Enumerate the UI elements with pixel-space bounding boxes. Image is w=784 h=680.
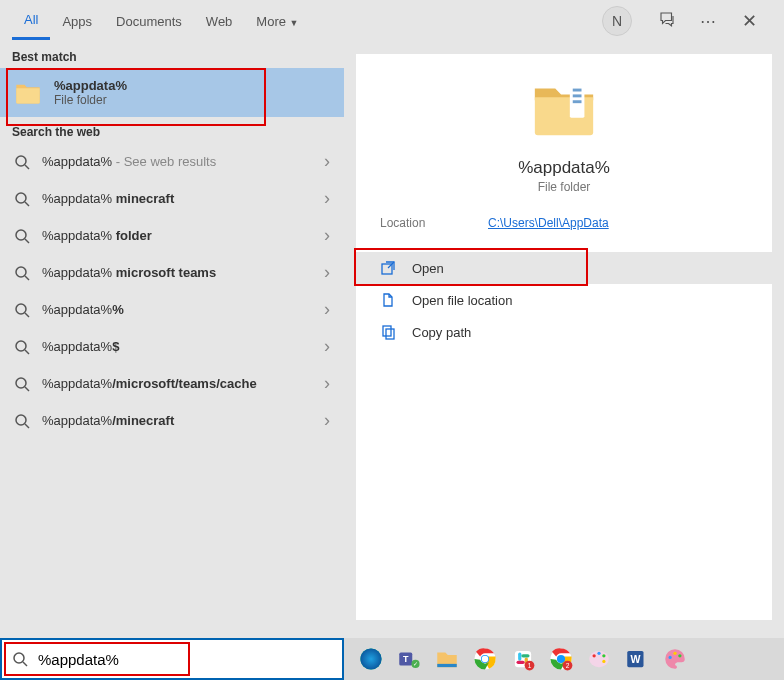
more-icon[interactable]: ⋯ xyxy=(700,12,718,31)
chevron-right-icon: › xyxy=(324,299,330,320)
web-result-2[interactable]: %appdata% folder› xyxy=(0,217,344,254)
svg-rect-11 xyxy=(573,100,582,103)
preview-title: %appdata% xyxy=(518,158,610,178)
web-result-text: %appdata% - See web results xyxy=(42,154,312,169)
folder-icon xyxy=(14,79,42,107)
tab-web[interactable]: Web xyxy=(194,4,245,39)
svg-point-2 xyxy=(16,230,26,240)
search-input[interactable] xyxy=(38,651,332,668)
web-result-3[interactable]: %appdata% microsoft teams› xyxy=(0,254,344,291)
tab-documents[interactable]: Documents xyxy=(104,4,194,39)
chrome-icon[interactable] xyxy=(470,644,500,674)
svg-rect-27 xyxy=(518,653,521,661)
search-icon xyxy=(14,376,30,392)
action-open-label: Open xyxy=(412,261,444,276)
web-result-6[interactable]: %appdata%/microsoft/teams/cache› xyxy=(0,365,344,402)
best-match-subtitle: File folder xyxy=(54,93,127,107)
svg-text:2: 2 xyxy=(566,662,570,669)
svg-text:✓: ✓ xyxy=(413,661,418,667)
svg-point-38 xyxy=(593,654,596,657)
location-value[interactable]: C:\Users\Dell\AppData xyxy=(488,216,609,230)
svg-text:1: 1 xyxy=(528,662,532,669)
user-avatar[interactable]: N xyxy=(602,6,632,36)
svg-rect-14 xyxy=(386,329,394,339)
action-copy-path[interactable]: Copy path xyxy=(356,316,772,348)
svg-rect-29 xyxy=(517,661,525,664)
chrome-notification-icon[interactable]: 2 xyxy=(546,644,576,674)
search-icon xyxy=(14,413,30,429)
web-result-text: %appdata% minecraft xyxy=(42,191,312,206)
results-pane: Best match %appdata% File folder Search … xyxy=(0,42,344,624)
web-result-text: %appdata%$ xyxy=(42,339,312,354)
tab-more[interactable]: More ▼ xyxy=(244,4,310,39)
web-result-text: %appdata%% xyxy=(42,302,312,317)
search-web-header: Search the web xyxy=(0,117,344,143)
svg-point-7 xyxy=(16,415,26,425)
location-row: Location C:\Users\Dell\AppData xyxy=(356,194,772,252)
svg-point-0 xyxy=(16,156,26,166)
main-content: Best match %appdata% File folder Search … xyxy=(0,42,784,624)
chevron-down-icon: ▼ xyxy=(290,18,299,28)
palette-icon[interactable] xyxy=(660,644,690,674)
tab-all[interactable]: All xyxy=(12,2,50,40)
chevron-right-icon: › xyxy=(324,262,330,283)
folder-icon-large xyxy=(525,74,603,144)
preview-hero: %appdata% File folder xyxy=(356,54,772,194)
svg-rect-13 xyxy=(383,326,391,336)
taskbar-icons: T✓ 1 2 W xyxy=(344,638,784,680)
svg-rect-22 xyxy=(437,664,457,667)
chevron-right-icon: › xyxy=(324,188,330,209)
feedback-icon[interactable] xyxy=(658,10,676,32)
search-icon xyxy=(14,228,30,244)
svg-point-41 xyxy=(602,660,605,663)
svg-rect-30 xyxy=(521,654,529,657)
search-icon xyxy=(14,339,30,355)
svg-text:T: T xyxy=(403,654,409,664)
web-result-text: %appdata% folder xyxy=(42,228,312,243)
svg-point-15 xyxy=(14,653,24,663)
search-icon xyxy=(14,302,30,318)
svg-point-40 xyxy=(602,654,605,657)
chevron-right-icon: › xyxy=(324,410,330,431)
svg-point-39 xyxy=(597,652,600,655)
location-label: Location xyxy=(380,216,488,230)
web-result-0[interactable]: %appdata% - See web results› xyxy=(0,143,344,180)
best-match-result[interactable]: %appdata% File folder xyxy=(0,68,344,117)
paint-icon[interactable] xyxy=(584,644,614,674)
tab-apps[interactable]: Apps xyxy=(50,4,104,39)
word-icon[interactable]: W xyxy=(622,644,652,674)
teams-icon[interactable]: T✓ xyxy=(394,644,424,674)
svg-point-45 xyxy=(673,652,676,655)
action-open-location[interactable]: Open file location xyxy=(356,284,772,316)
svg-point-3 xyxy=(16,267,26,277)
action-copy-path-label: Copy path xyxy=(412,325,471,340)
web-result-5[interactable]: %appdata%$› xyxy=(0,328,344,365)
chevron-right-icon: › xyxy=(324,225,330,246)
chevron-right-icon: › xyxy=(324,336,330,357)
taskbar: T✓ 1 2 W xyxy=(0,638,784,680)
svg-point-6 xyxy=(16,378,26,388)
best-match-header: Best match xyxy=(0,42,344,68)
search-icon xyxy=(14,154,30,170)
web-result-7[interactable]: %appdata%/minecraft› xyxy=(0,402,344,439)
edge-icon[interactable] xyxy=(356,644,386,674)
search-icon xyxy=(14,191,30,207)
svg-point-44 xyxy=(669,656,672,659)
action-open-location-label: Open file location xyxy=(412,293,512,308)
svg-point-4 xyxy=(16,304,26,314)
svg-rect-10 xyxy=(573,94,582,97)
web-result-1[interactable]: %appdata% minecraft› xyxy=(0,180,344,217)
preview-pane: %appdata% File folder Location C:\Users\… xyxy=(356,54,772,620)
svg-point-1 xyxy=(16,193,26,203)
search-icon xyxy=(12,651,28,667)
action-open[interactable]: Open xyxy=(356,252,772,284)
web-result-4[interactable]: %appdata%%› xyxy=(0,291,344,328)
slack-icon[interactable]: 1 xyxy=(508,644,538,674)
open-icon xyxy=(380,260,396,276)
explorer-icon[interactable] xyxy=(432,644,462,674)
web-result-text: %appdata%/microsoft/teams/cache xyxy=(42,376,312,391)
web-result-text: %appdata%/minecraft xyxy=(42,413,312,428)
close-icon[interactable]: ✕ xyxy=(742,10,760,32)
search-box[interactable] xyxy=(0,638,344,680)
copy-icon xyxy=(380,324,396,340)
